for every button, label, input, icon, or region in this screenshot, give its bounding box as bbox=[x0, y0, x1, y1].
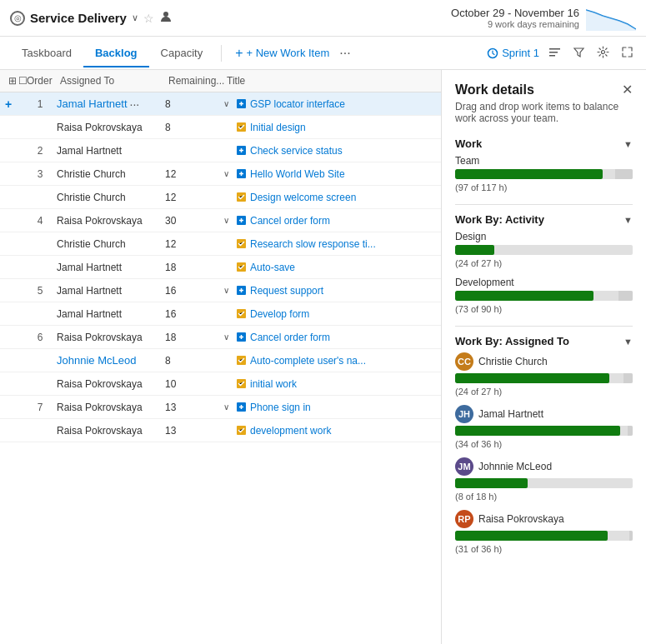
assigned-name[interactable]: Christie Church bbox=[57, 192, 126, 203]
expand-row-icon[interactable]: ∨ bbox=[223, 332, 232, 342]
row-assigned-cell: Raisa Pokrovskaya bbox=[57, 424, 165, 437]
row-remaining: 16 bbox=[165, 308, 223, 320]
row-assigned-cell: Christie Church bbox=[57, 237, 165, 250]
row-title-text[interactable]: Develop form bbox=[250, 308, 309, 320]
chevron-down-icon[interactable]: ∨ bbox=[132, 12, 138, 23]
tab-backlog[interactable]: Backlog bbox=[83, 40, 149, 67]
expand-row-icon[interactable]: ∨ bbox=[223, 169, 232, 178]
assigned-name[interactable]: Christie Church bbox=[57, 238, 126, 250]
work-days-remaining: 9 work days remaining bbox=[451, 19, 579, 29]
sprint-label: Sprint 1 bbox=[502, 47, 539, 59]
development-bar-container bbox=[455, 291, 633, 301]
assigned-name[interactable]: Jamal Hartnett bbox=[57, 145, 122, 157]
row-title-text[interactable]: development work bbox=[250, 425, 331, 437]
design-bar-container bbox=[455, 245, 633, 255]
assigned-section: Work By: Assigned To ▼ CC Christie Churc… bbox=[455, 335, 633, 554]
team-bar-fill bbox=[455, 169, 603, 179]
row-title-text[interactable]: Cancel order form bbox=[250, 215, 330, 227]
tab-taskboard[interactable]: Taskboard bbox=[10, 40, 83, 67]
row-title-text[interactable]: Phone sign in bbox=[250, 402, 311, 413]
expand-row-icon[interactable]: ∨ bbox=[223, 99, 232, 108]
section-divider-2 bbox=[455, 326, 633, 327]
assigned-name[interactable]: Raisa Pokrovskaya bbox=[57, 215, 143, 227]
new-work-item-label: + New Work Item bbox=[246, 47, 329, 59]
development-label: Development bbox=[455, 277, 633, 288]
tab-capacity[interactable]: Capacity bbox=[149, 40, 215, 67]
row-remaining: 18 bbox=[165, 332, 223, 343]
table-row: Raisa Pokrovskaya 13 development work bbox=[0, 419, 441, 442]
task-icon bbox=[235, 425, 247, 437]
row-title-text[interactable]: Request support bbox=[250, 285, 323, 297]
task-icon bbox=[235, 378, 247, 390]
sprint-selector[interactable]: Sprint 1 bbox=[487, 47, 539, 59]
row-title-text[interactable]: Check service status bbox=[250, 145, 343, 157]
expand-row-icon[interactable]: ∨ bbox=[223, 402, 232, 412]
row-remaining: 30 bbox=[165, 215, 223, 227]
assigned-name[interactable]: Raisa Pokrovskaya bbox=[57, 378, 143, 390]
row-title-cell: ∨ Phone sign in bbox=[223, 402, 436, 413]
assigned-name[interactable]: Raisa Pokrovskaya bbox=[57, 402, 143, 413]
close-panel-button[interactable]: ✕ bbox=[622, 82, 633, 97]
person-row: RP Raisa Pokrovskaya bbox=[455, 510, 633, 528]
assigned-name[interactable]: Jamal Hartnett bbox=[57, 262, 122, 273]
row-more-btn[interactable]: ··· bbox=[130, 97, 140, 111]
row-title-text[interactable]: Auto-save bbox=[250, 262, 295, 273]
assigned-collapse-icon[interactable]: ▼ bbox=[623, 337, 633, 347]
assigned-name[interactable]: Raisa Pokrovskaya bbox=[57, 425, 143, 437]
row-title-text[interactable]: Cancel order form bbox=[250, 332, 330, 343]
work-collapse-icon[interactable]: ▼ bbox=[623, 139, 633, 149]
new-work-item-button[interactable]: + + New Work Item bbox=[228, 42, 336, 64]
star-icon[interactable]: ☆ bbox=[143, 12, 154, 25]
assigned-name[interactable]: Raisa Pokrovskaya bbox=[57, 122, 143, 133]
fullscreen-icon[interactable] bbox=[618, 43, 636, 63]
assigned-to-link[interactable]: Jamal Hartnett bbox=[57, 97, 128, 110]
row-title-text[interactable]: GSP locator interface bbox=[250, 98, 345, 110]
rp-bar-container bbox=[455, 531, 633, 541]
project-name: Service Delivery bbox=[30, 11, 127, 25]
row-assigned-cell: Christie Church bbox=[57, 191, 165, 203]
feature-icon bbox=[235, 402, 247, 413]
person-name-jh: Jamal Hartnett bbox=[478, 408, 543, 420]
filter-icon[interactable] bbox=[570, 43, 588, 63]
row-order: 7 bbox=[23, 402, 57, 413]
activity-collapse-icon[interactable]: ▼ bbox=[623, 215, 633, 225]
expand-row-icon[interactable]: ∨ bbox=[223, 216, 232, 225]
team-label: Team bbox=[455, 155, 633, 167]
more-options-icon[interactable]: ··· bbox=[336, 42, 353, 64]
row-remaining: 8 bbox=[165, 98, 223, 110]
row-title-cell: ∨ Check service status bbox=[223, 145, 436, 157]
settings-icon[interactable] bbox=[594, 43, 612, 63]
jm-bar-label: (8 of 18 h) bbox=[455, 492, 633, 502]
assigned-name[interactable]: Jamal Hartnett bbox=[57, 285, 122, 297]
row-title-text[interactable]: initial work bbox=[250, 378, 297, 390]
row-add-btn[interactable]: + bbox=[5, 97, 23, 111]
row-title-text[interactable]: Research slow response ti... bbox=[250, 238, 376, 250]
assigned-name[interactable]: Raisa Pokrovskaya bbox=[57, 332, 143, 343]
expand-row-icon[interactable]: ∨ bbox=[223, 286, 232, 295]
rp-bar-fill bbox=[455, 531, 608, 541]
feature-icon bbox=[235, 332, 247, 343]
assigned-name[interactable]: Christie Church bbox=[57, 168, 126, 180]
table-row: 7 Raisa Pokrovskaya 13 ∨ Phone sign in bbox=[0, 396, 441, 419]
panel-title: Work details bbox=[455, 82, 534, 97]
row-title-cell: development work bbox=[223, 425, 436, 437]
row-title-text[interactable]: Hello World Web Site bbox=[250, 168, 345, 180]
assigned-name[interactable]: Jamal Hartnett bbox=[57, 308, 122, 320]
row-title-text[interactable]: Initial design bbox=[250, 122, 306, 133]
team-members-icon[interactable] bbox=[159, 10, 173, 26]
rp-bar-label: (31 of 36 h) bbox=[455, 544, 633, 554]
view-options-icon[interactable] bbox=[546, 43, 563, 63]
assigned-to-link[interactable]: Johnnie McLeod bbox=[57, 354, 136, 367]
row-title-text[interactable]: Auto-complete user's na... bbox=[250, 355, 366, 367]
row-assigned-cell: Raisa Pokrovskaya bbox=[57, 214, 165, 227]
row-remaining: 8 bbox=[165, 355, 223, 367]
section-divider bbox=[455, 204, 633, 205]
nav-bar: Taskboard Backlog Capacity + + New Work … bbox=[0, 37, 646, 70]
add-col-icon[interactable]: ⊞ bbox=[8, 75, 17, 87]
table-row: 2 Jamal Hartnett ∨ Check service status bbox=[0, 139, 441, 162]
feature-icon bbox=[235, 98, 247, 110]
avatar-cc: CC bbox=[455, 352, 473, 371]
row-title-text[interactable]: Design welcome screen bbox=[250, 192, 356, 203]
task-icon bbox=[235, 122, 247, 133]
task-icon bbox=[235, 308, 247, 320]
